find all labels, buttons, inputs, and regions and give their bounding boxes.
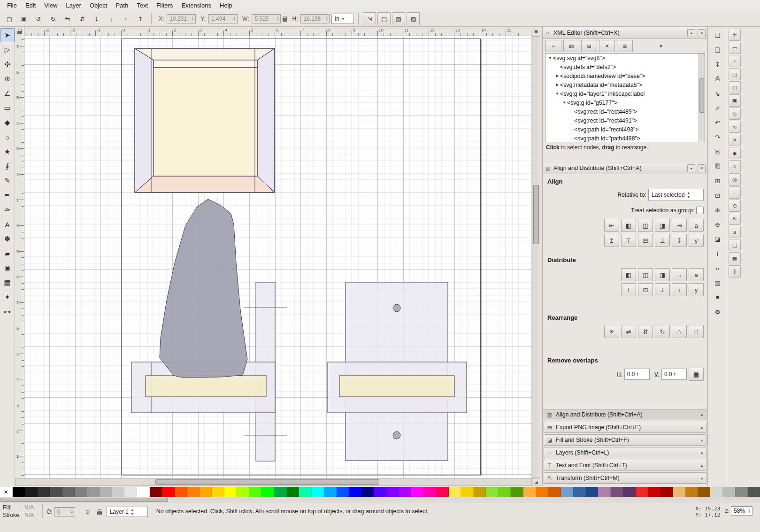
xml-tree-row[interactable]: ▼<svg:g id="g5177"> [545,98,705,107]
dockbar-export-png[interactable]: ▤Export PNG Image (Shift+Ctrl+E)▲ [544,422,706,433]
align-top-to-bottom-edge-anchor-button[interactable]: ↧ [672,234,687,247]
vertical-scrollbar[interactable] [532,36,540,478]
xml-tree-row[interactable]: ▶<sodipodi:namedview id="base"> [545,71,705,80]
canvas[interactable] [24,36,532,478]
lock-width-height-icon[interactable] [283,18,287,22]
dockbar-transform[interactable]: ⇱Transform (Shift+Ctrl+M)▲ [544,472,706,484]
lower-to-bottom-button[interactable]: ↧ [90,12,103,25]
align-bottom-edges-button[interactable]: ⊥ [655,234,670,247]
snap-line-midpoints-toggle[interactable]: ◎ [729,173,741,185]
palette-swatch[interactable] [261,487,274,497]
snap-paths-toggle[interactable]: ∿ [729,121,741,133]
palette-swatch[interactable] [611,487,623,497]
xml-tree-row[interactable]: <svg:defs id="defs2"> [545,62,705,71]
xml-tree-row[interactable]: <svg:path id="path4498"> [545,134,705,142]
palette-swatch[interactable] [337,487,349,497]
palette-swatch[interactable] [124,487,137,497]
distribute-left-edges-button[interactable]: ◧ [621,268,636,281]
remove-overlaps-button[interactable]: ▦ [689,368,704,381]
align-left-to-right-edge-anchor-button[interactable]: ⇥ [672,219,687,232]
align-bottom-to-top-edge-anchor-button[interactable]: ↥ [604,234,619,247]
rotate-90-cw-button[interactable]: ↻ [46,12,60,25]
select-all-layers-button[interactable]: ▣ [17,12,31,25]
graph-layout-button[interactable]: ✳ [604,325,619,338]
snap-toggle[interactable]: ✛ [729,29,741,41]
xml-tree-row[interactable]: ▼<svg:svg id="svg8"> [545,54,705,62]
palette-swatch[interactable] [50,487,62,497]
delete-node-button[interactable]: ✕ [599,40,615,52]
redo-button[interactable]: ↷ [711,131,724,144]
undock-panel-button[interactable]: ◂ [687,29,695,37]
text-dialog-button[interactable]: T [711,247,724,260]
menu-path[interactable]: Path [111,1,132,10]
calligraphy-tool[interactable]: ✑ [0,203,15,217]
opacity-field[interactable]: 0 ▲▼ [54,507,75,517]
snap-page-border-toggle[interactable]: ▢ [729,239,741,251]
palette-swatch[interactable] [62,487,75,497]
preferences-button[interactable]: ⚙ [711,305,724,318]
h-field[interactable]: 16.138 ▲▼ [300,14,330,23]
palette-swatch[interactable] [436,487,449,497]
print-document-button[interactable]: ⎙ [711,72,724,85]
palette-swatch[interactable] [361,487,374,497]
palette-swatch[interactable] [187,487,200,497]
layer-select[interactable]: Layer 1 ▴▾ [107,507,148,517]
palette-swatch[interactable] [224,487,237,497]
w-spinner[interactable]: ▲▼ [275,16,280,21]
align-right-to-left-edge-anchor-button[interactable]: ⇤ [604,219,619,232]
palette-swatch[interactable] [486,487,499,497]
distribute-centers-vertical-button[interactable]: ⊟ [638,283,653,296]
fill-stroke-dialog-button[interactable]: ◪ [711,232,724,246]
xml-tree-row[interactable]: <svg:rect id="rect4491"> [545,116,705,125]
palette-scrollbar[interactable] [0,497,760,502]
align-dialog-button[interactable]: ▥ [711,276,724,289]
palette-swatch[interactable] [38,487,50,497]
treat-group-checkbox[interactable] [696,207,704,214]
menu-filters[interactable]: Filters [152,1,177,10]
horizontal-scrollbar[interactable] [15,478,532,486]
create-clone-button[interactable]: ⊡ [711,189,724,202]
spray-tool[interactable]: ✽ [0,232,15,246]
new-document-button[interactable]: ❏ [711,29,724,42]
tweak-tool[interactable]: ✣ [0,57,15,71]
randomize-centers-button[interactable]: ∴ [672,325,687,338]
snap-nodes-toggle[interactable]: ◇ [729,108,741,120]
dropper-tool[interactable]: ✦ [0,290,15,304]
tree-expander-icon[interactable]: ▼ [561,100,567,105]
palette-swatch[interactable] [324,487,337,497]
menu-edit[interactable]: Edit [21,1,40,10]
palette-swatch[interactable] [411,487,424,497]
palette-swatch[interactable] [586,487,599,497]
copy-button[interactable]: ⎘ [711,145,724,158]
palette-scrollbar-thumb[interactable] [0,498,168,502]
paste-button[interactable]: ⎗ [711,160,724,173]
select-all-button[interactable]: ▢ [3,12,16,25]
dockbar-fill-stroke[interactable]: ◪Fill and Stroke (Shift+Ctrl+F)▲ [544,434,706,446]
palette-swatch[interactable] [685,487,698,497]
paint-bucket-tool[interactable]: ◉ [0,261,15,275]
palette-swatch[interactable] [573,487,586,497]
node-editor-tool[interactable]: ▷ [0,43,15,57]
palette-swatch[interactable] [200,487,212,497]
eraser-tool[interactable]: ▰ [0,247,15,261]
undock-panel-button[interactable]: ◂ [687,164,695,172]
selector-tool[interactable]: ➤ [0,28,15,42]
text-align-horizontal-button[interactable]: a [689,219,704,232]
palette-swatch[interactable] [374,487,386,497]
xml-tree-scrollbar-thumb[interactable] [699,78,704,113]
overlap-v-field[interactable]: 0.0 ▲▼ [661,369,687,380]
palette-swatch[interactable] [137,487,150,497]
menu-text[interactable]: Text [132,1,152,10]
snap-others-toggle[interactable]: ∙ [729,186,741,199]
close-panel-button[interactable]: ✕ [698,29,706,37]
palette-swatch[interactable] [710,487,723,497]
text-align-vertical-button[interactable]: y [689,234,704,247]
xml-editor-dialog-button[interactable]: ‹› [711,262,724,275]
snap-bbox-corners-toggle[interactable]: ◰ [729,68,741,80]
new-text-node-button[interactable]: ab [563,40,579,52]
distribute-text-anchors-horizontal-button[interactable]: a [689,268,704,281]
toolbar-overflow-button[interactable]: ▾ [653,40,668,52]
palette-swatch[interactable] [150,487,162,497]
equal-horizontal-gaps-button[interactable]: ↔ [672,268,687,281]
palette-swatch[interactable] [175,487,187,497]
